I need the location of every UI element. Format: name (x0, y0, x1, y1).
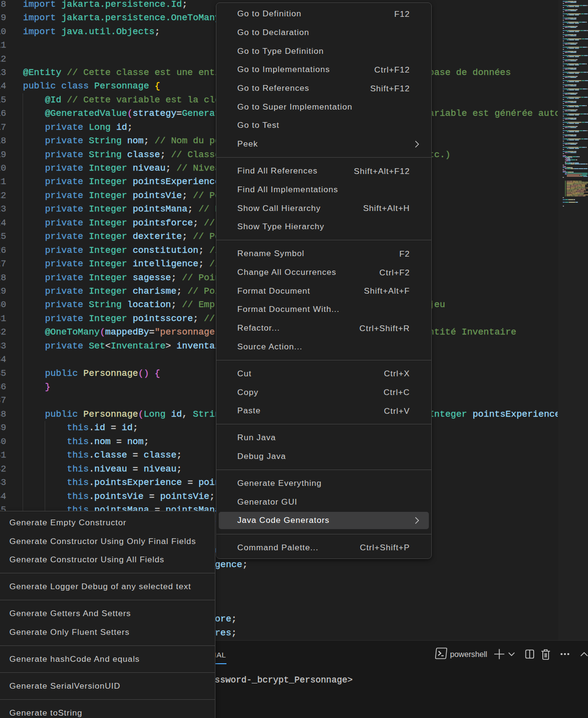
svg-text:powershell: powershell (450, 650, 487, 658)
